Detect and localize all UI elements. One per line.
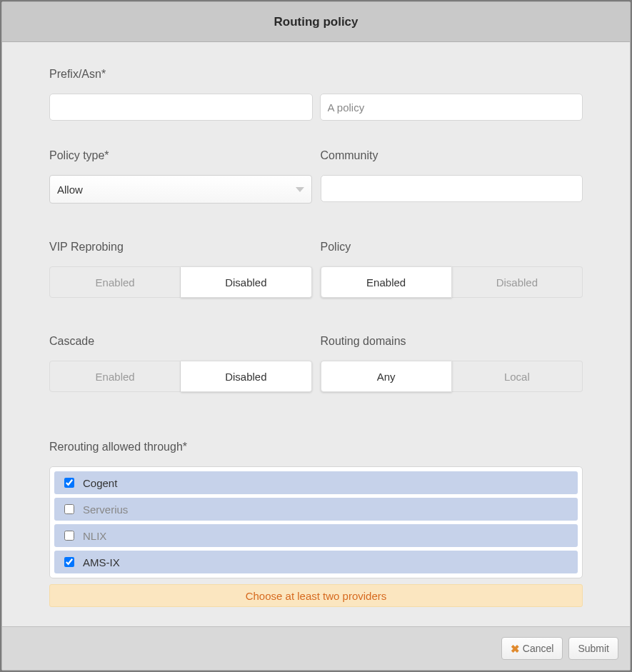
community-input[interactable] (321, 175, 583, 202)
dialog-title: Routing policy (2, 2, 630, 42)
label-vip-reprobing: VIP Reprobing (49, 241, 312, 254)
provider-row[interactable]: NLIX (54, 524, 578, 547)
label-rerouting: Rerouting allowed through* (49, 441, 583, 453)
label-prefix-asn: Prefix/Asn* (49, 68, 583, 81)
label-cascade: Cascade (49, 335, 312, 348)
provider-label: Cogent (83, 477, 117, 489)
chevron-down-icon (296, 187, 304, 192)
toggle-cascade-disabled[interactable]: Disabled (181, 361, 311, 392)
toggle-policy-disabled[interactable]: Disabled (452, 266, 583, 298)
description-input[interactable] (320, 94, 583, 121)
label-community: Community (321, 149, 583, 162)
submit-button-label: Submit (578, 643, 609, 654)
toggle-routing-domains: Any Local (321, 361, 583, 392)
toggle-cascade: Enabled Disabled (49, 361, 312, 392)
submit-button[interactable]: Submit (568, 637, 618, 660)
providers-warning: Choose at least two providers (49, 584, 583, 607)
providers-list: CogentServeriusNLIXAMS-IX (49, 466, 583, 578)
toggle-vip-reprobing: Enabled Disabled (49, 266, 312, 298)
toggle-cascade-enabled[interactable]: Enabled (49, 361, 181, 392)
provider-label: Serverius (83, 503, 128, 516)
provider-row[interactable]: AMS-IX (54, 551, 578, 573)
label-policy: Policy (321, 241, 583, 254)
provider-checkbox[interactable] (64, 478, 74, 488)
close-icon: ✖ (511, 643, 520, 654)
policy-type-select[interactable]: Allow (49, 175, 312, 204)
toggle-policy-enabled[interactable]: Enabled (321, 266, 452, 298)
toggle-policy: Enabled Disabled (321, 266, 583, 298)
toggle-routing-domains-any[interactable]: Any (321, 361, 452, 392)
toggle-vip-reprobing-disabled[interactable]: Disabled (181, 266, 311, 298)
dialog-footer: ✖ Cancel Submit (2, 626, 630, 670)
cancel-button-label: Cancel (523, 643, 554, 654)
policy-type-value: Allow (57, 184, 83, 196)
dialog-body: Prefix/Asn* Policy type* Allow Community (2, 42, 630, 626)
provider-row[interactable]: Cogent (54, 471, 578, 494)
routing-policy-dialog: Routing policy Prefix/Asn* Policy type* … (1, 1, 631, 671)
prefix-asn-input[interactable] (49, 94, 313, 121)
provider-checkbox[interactable] (64, 531, 74, 541)
label-routing-domains: Routing domains (321, 335, 583, 348)
provider-checkbox[interactable] (64, 504, 74, 514)
label-policy-type: Policy type* (49, 149, 312, 162)
provider-checkbox[interactable] (64, 557, 74, 567)
toggle-vip-reprobing-enabled[interactable]: Enabled (49, 266, 181, 298)
provider-label: AMS-IX (83, 556, 120, 568)
toggle-routing-domains-local[interactable]: Local (452, 361, 583, 392)
provider-label: NLIX (83, 530, 106, 542)
provider-row[interactable]: Serverius (54, 498, 578, 521)
cancel-button[interactable]: ✖ Cancel (501, 637, 563, 660)
